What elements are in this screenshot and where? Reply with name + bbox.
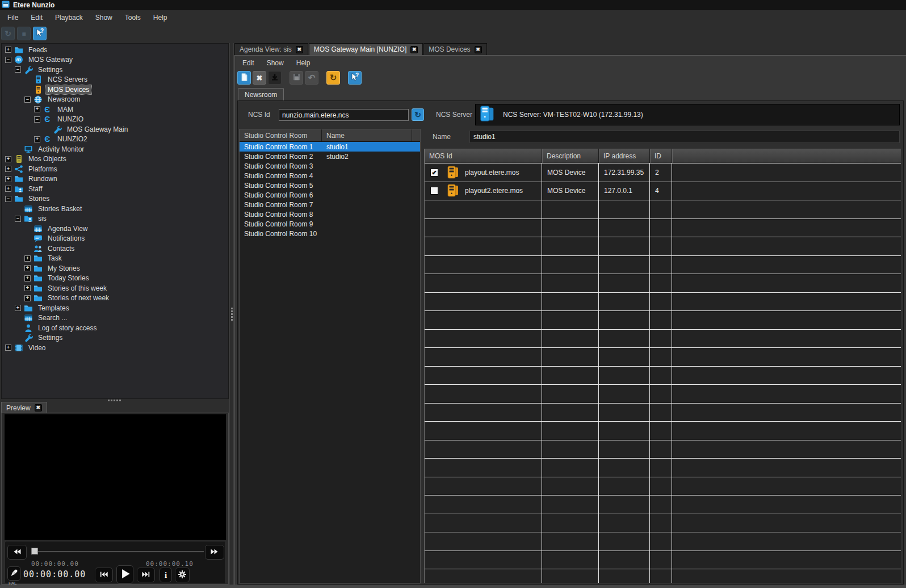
studio-row-studio-control-room-1[interactable]: Studio Control Room 1studio1 (240, 142, 420, 152)
tree-item-platforms[interactable]: +Platforms (2, 164, 228, 174)
collapse-icon[interactable]: − (5, 57, 11, 63)
tree-item-templates[interactable]: +Templates (2, 303, 228, 313)
expand-icon[interactable]: + (5, 166, 11, 172)
expand-icon[interactable]: + (5, 47, 11, 53)
new-button[interactable] (237, 71, 251, 85)
close-icon[interactable]: ✖ (35, 404, 42, 411)
tree-item-activity-monitor[interactable]: Activity Monitor (2, 144, 228, 154)
tab-preview[interactable]: Preview ✖ (1, 402, 47, 413)
undo-button[interactable]: ↶ (305, 71, 318, 85)
tree-item-rundown[interactable]: +Rundown (2, 174, 228, 184)
studio-row-studio-control-room-2[interactable]: Studio Control Room 2studio2 (240, 152, 420, 161)
tree-item-settings[interactable]: Settings (2, 333, 228, 343)
fast-forward-button[interactable] (205, 545, 224, 560)
close-icon[interactable]: ✖ (475, 46, 482, 53)
tab-mos-devices[interactable]: MOS Devices✖ (423, 43, 486, 55)
tree-item-stories-basket[interactable]: Stories Basket (2, 204, 228, 214)
import-button[interactable] (268, 71, 282, 85)
studio-row-studio-control-room-4[interactable]: Studio Control Room 4 (240, 171, 420, 180)
tree-item-nunzio[interactable]: −ЄNUNZIO (2, 115, 228, 125)
expand-icon[interactable]: + (5, 186, 11, 192)
studio-row-studio-control-room-9[interactable]: Studio Control Room 9 (240, 219, 420, 229)
tree-item-settings[interactable]: −Settings (2, 65, 228, 75)
tree-item-video[interactable]: +Video (2, 343, 228, 353)
tree-item-mos-gateway[interactable]: −mMOS Gateway (2, 55, 228, 65)
collapse-icon[interactable]: − (15, 66, 21, 73)
info-button[interactable]: i (160, 568, 172, 582)
expand-icon[interactable]: + (5, 156, 11, 162)
expand-icon[interactable]: + (24, 285, 31, 291)
column-header-name[interactable]: Name (322, 129, 412, 141)
settings-button[interactable] (175, 568, 190, 582)
tree-item-mos-devices[interactable]: MOS Devices (2, 85, 228, 95)
menu-help[interactable]: Help (147, 11, 174, 24)
tree-item-stories[interactable]: −Stories (2, 194, 228, 204)
skip-to-start-button[interactable] (95, 568, 113, 582)
expand-icon[interactable]: + (5, 345, 11, 351)
close-icon[interactable]: ✖ (410, 46, 418, 53)
studio-row-studio-control-room-10[interactable]: Studio Control Room 10 (240, 229, 420, 238)
tree-item-log-of-story-access[interactable]: Log of story access (2, 323, 228, 333)
collapse-icon[interactable]: − (15, 216, 21, 222)
table-row[interactable]: ✔playout.etere.mosMOS Device172.31.99.35… (425, 163, 901, 182)
delete-button[interactable]: ✖ (253, 71, 266, 85)
ncs-id-sync-button[interactable]: ↻ (412, 108, 424, 121)
studio-row-studio-control-room-6[interactable]: Studio Control Room 6 (240, 190, 420, 200)
table-row[interactable]: playout2.etere.mosMOS Device127.0.0.14 (425, 182, 901, 201)
tab-newsroom[interactable]: Newsroom (238, 88, 284, 101)
panel-button[interactable]: ■ (17, 27, 31, 40)
tree-item-search[interactable]: Search ... (2, 313, 228, 324)
studio-row-studio-control-room-8[interactable]: Studio Control Room 8 (240, 209, 420, 219)
collapse-icon[interactable]: − (34, 116, 40, 123)
expand-icon[interactable]: + (34, 136, 40, 142)
tree-item-staff[interactable]: +Staff (2, 184, 228, 194)
horizontal-splitter[interactable] (108, 399, 123, 402)
tree-item-notifications[interactable]: Notifications (2, 234, 228, 244)
device-enabled-checkbox[interactable] (430, 187, 438, 195)
gateway-menu-edit[interactable]: Edit (236, 57, 261, 69)
ncs-id-input[interactable] (279, 109, 409, 121)
tree-item-stories-of-this-week[interactable]: +Stories of this week (2, 283, 228, 293)
seek-track[interactable] (31, 551, 204, 552)
tree-item-stories-of-next-week[interactable]: +Stories of next week (2, 293, 228, 304)
mark-button[interactable] (7, 566, 21, 581)
collapse-icon[interactable]: − (24, 96, 31, 103)
tree-item-mam[interactable]: +ЄMAM (2, 104, 228, 115)
menu-edit[interactable]: Edit (24, 11, 49, 24)
studio-row-studio-control-room-3[interactable]: Studio Control Room 3 (240, 161, 420, 171)
tree-item-agenda-view[interactable]: Agenda View (2, 224, 228, 234)
column-header-description[interactable]: Description (542, 149, 599, 163)
tree-item-sis[interactable]: −sis (2, 214, 228, 224)
context-help-button[interactable]: ? (348, 71, 362, 85)
menu-tools[interactable]: Tools (119, 11, 147, 24)
expand-icon[interactable]: + (24, 275, 31, 282)
skip-to-end-button[interactable] (137, 568, 155, 582)
expand-icon[interactable]: + (5, 176, 11, 182)
collapse-icon[interactable]: − (5, 196, 11, 202)
tree-item-task[interactable]: +Task (2, 254, 228, 264)
studio-row-studio-control-room-5[interactable]: Studio Control Room 5 (240, 180, 420, 190)
tree-item-today-stories[interactable]: +Today Stories (2, 274, 228, 284)
tree-item-mos-gateway-main[interactable]: MOS Gateway Main (2, 124, 228, 135)
gateway-menu-show[interactable]: Show (261, 57, 290, 69)
column-header-mos-id[interactable]: MOS Id (425, 149, 542, 163)
expand-icon[interactable]: + (24, 255, 31, 262)
close-icon[interactable]: ✖ (296, 46, 303, 53)
expand-icon[interactable]: + (24, 295, 31, 301)
vertical-splitter[interactable] (229, 43, 234, 585)
rewind-button[interactable] (7, 545, 27, 560)
tree-item-my-stories[interactable]: +My Stories (2, 263, 228, 274)
tree-item-ncs-servers[interactable]: NCS Servers (2, 75, 228, 85)
column-header-id[interactable]: ID (650, 149, 672, 163)
column-header-studio-control-room[interactable]: Studio Control Room (240, 129, 322, 141)
tab-agenda-view-sis[interactable]: Agenda View: sis✖ (234, 43, 308, 55)
column-header-ip-address[interactable]: IP address (599, 149, 650, 163)
menu-playback[interactable]: Playback (49, 11, 89, 24)
refresh-button[interactable]: ↻ (326, 71, 340, 85)
gateway-menu-help[interactable]: Help (290, 57, 317, 69)
save-button[interactable] (290, 71, 303, 85)
tree-item-feeds[interactable]: +Feeds (2, 45, 228, 55)
device-name-input[interactable] (469, 131, 900, 143)
tree-item-nunzio2[interactable]: +ЄNUNZIO2 (2, 135, 228, 145)
tree-item-newsroom[interactable]: −Newsroom (2, 95, 228, 105)
